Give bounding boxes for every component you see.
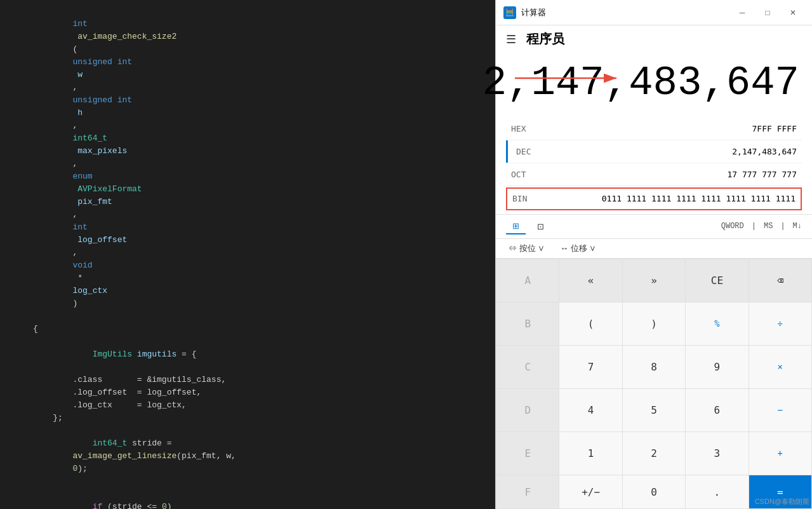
calc-app-icon: 🧮	[503, 6, 516, 19]
btn-7[interactable]: 7	[559, 346, 622, 388]
display-wrapper: 2,147,483,647	[496, 53, 812, 118]
dec-label: DEC	[511, 147, 536, 156]
bit-controls-row: ⇔ 按位 ∨ ↔ 位移 ∨	[496, 239, 812, 259]
arrow-annotation	[509, 59, 636, 97]
btn-3[interactable]: 3	[686, 432, 748, 475]
oct-row[interactable]: OCT 17 777 777 777	[506, 163, 802, 186]
btn-divide[interactable]: ÷	[749, 302, 811, 345]
btn-rshift[interactable]: »	[623, 259, 685, 302]
btn-c[interactable]: C	[496, 346, 559, 388]
btn-8[interactable]: 8	[623, 346, 685, 388]
btn-lshift[interactable]: «	[559, 259, 622, 302]
btn-multiply[interactable]: ×	[749, 346, 811, 388]
m-down-button[interactable]: M↓	[793, 222, 802, 231]
code-line: int64_t stride = av_image_get_linesize(p…	[5, 424, 490, 488]
bin-label: BIN	[512, 194, 538, 203]
oct-label: OCT	[511, 170, 536, 179]
code-line: int av_image_check_size2 ( unsigned int …	[5, 5, 490, 323]
hex-label: HEX	[511, 124, 536, 133]
btn-b[interactable]: B	[496, 302, 559, 345]
code-line: ImgUtils imgutils = {	[5, 336, 490, 374]
sep2: |	[778, 222, 787, 231]
code-line: {	[5, 323, 490, 336]
calculator-panel: 🧮 计算器 ─ □ ✕ ☰ 程序员	[495, 0, 812, 509]
btn-add[interactable]: +	[749, 432, 811, 475]
calc-window-title: 计算器	[521, 7, 731, 18]
calc-mode-header: ☰ 程序员	[496, 25, 812, 53]
sep1: |	[749, 222, 759, 231]
mode-tabs-row: ⊞ ⊡ QWORD | MS | M↓	[496, 214, 812, 239]
btn-6[interactable]: 6	[686, 389, 748, 431]
btn-backspace[interactable]: ⌫	[749, 259, 811, 302]
window-controls: ─ □ ✕	[731, 5, 804, 20]
bit-rotate-btn[interactable]: ↔ 位移 ∨	[560, 243, 596, 254]
btn-2[interactable]: 2	[623, 432, 685, 475]
btn-e[interactable]: E	[496, 432, 559, 475]
btn-dot[interactable]: .	[686, 475, 748, 508]
btn-f[interactable]: F	[496, 475, 559, 508]
dec-value: 2,147,483,647	[536, 147, 797, 156]
ms-button[interactable]: MS	[764, 222, 773, 231]
btn-1[interactable]: 1	[559, 432, 622, 475]
btn-rparen[interactable]: )	[623, 302, 685, 345]
hex-row[interactable]: HEX 7FFF FFFF	[506, 118, 802, 140]
restore-button[interactable]: □	[756, 5, 779, 20]
dec-row[interactable]: DEC 2,147,483,647	[506, 140, 802, 163]
tab-bits[interactable]: ⊡	[531, 219, 550, 234]
watermark: CSDN@泰勒朗斯	[755, 497, 809, 506]
code-line: };	[5, 412, 490, 424]
btn-4[interactable]: 4	[559, 389, 622, 431]
oct-value: 17 777 777 777	[536, 170, 797, 179]
btn-0[interactable]: 0	[623, 475, 685, 508]
minimize-button[interactable]: ─	[731, 5, 754, 20]
hamburger-icon[interactable]: ☰	[506, 32, 516, 46]
btn-percent[interactable]: %	[686, 302, 748, 345]
bit-shift-btn[interactable]: ⇔ 按位 ∨	[509, 243, 545, 254]
bin-value: 0111 1111 1111 1111 1111 1111 1111 1111	[538, 194, 795, 203]
btn-subtract[interactable]: −	[749, 389, 811, 431]
code-line: .log_offset = log_offset,	[5, 386, 490, 399]
hex-value: 7FFF FFFF	[536, 124, 797, 133]
tab-grid[interactable]: ⊞	[506, 219, 526, 234]
btn-lparen[interactable]: (	[559, 302, 622, 345]
btn-9[interactable]: 9	[686, 346, 748, 388]
calc-buttons-grid: A « » CE ⌫ B ( ) % ÷ C 7 8 9 × D 4 5 6 −…	[496, 259, 812, 509]
btn-a[interactable]: A	[496, 259, 559, 302]
btn-ce[interactable]: CE	[686, 259, 748, 302]
btn-d[interactable]: D	[496, 389, 559, 431]
display-area: 2,147,483,647	[496, 53, 812, 118]
code-editor[interactable]: int av_image_check_size2 ( unsigned int …	[0, 0, 495, 509]
number-representations: HEX 7FFF FFFF DEC 2,147,483,647 OCT 17 7…	[496, 118, 812, 212]
code-line: if (stride <= 0)	[5, 488, 490, 509]
qword-selector[interactable]: QWORD	[721, 222, 744, 231]
bin-row[interactable]: BIN 0111 1111 1111 1111 1111 1111 1111 1…	[506, 187, 802, 210]
btn-negate[interactable]: +/−	[559, 475, 622, 508]
btn-5[interactable]: 5	[623, 389, 685, 431]
close-button[interactable]: ✕	[782, 5, 804, 20]
calc-titlebar: 🧮 计算器 ─ □ ✕	[496, 0, 812, 25]
calc-mode-title: 程序员	[526, 31, 564, 48]
code-line: .class = &imgutils_class,	[5, 374, 490, 386]
code-line: .log_ctx = log_ctx,	[5, 399, 490, 412]
